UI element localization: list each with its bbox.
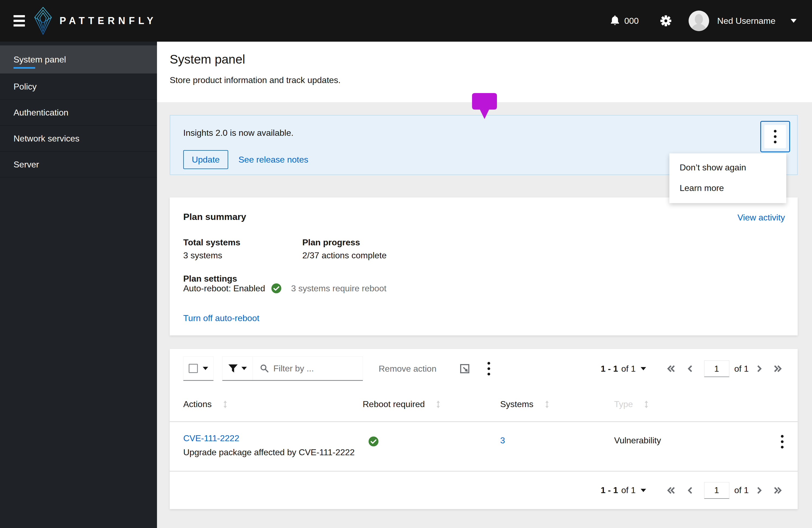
pagination-caret-icon[interactable]	[641, 367, 646, 370]
pagination-range: 1 - 1	[600, 485, 618, 495]
sidebar-item-network-services[interactable]: Network services	[0, 125, 157, 151]
notification-count: 000	[624, 16, 638, 26]
export-button[interactable]	[460, 364, 469, 374]
sidebar-item-system-panel[interactable]: System panel	[0, 45, 157, 74]
avatar[interactable]	[688, 11, 709, 31]
alert-kebab-menu: Don’t show again Learn more	[669, 153, 786, 203]
total-pages: of 1	[734, 485, 749, 495]
alert-message: Insights 2.0 is now available.	[183, 128, 293, 138]
total-systems-label: Total systems	[183, 238, 240, 247]
column-header-type[interactable]: Type	[614, 399, 650, 409]
reboot-required-check-icon	[368, 436, 379, 447]
annotation-pointer	[472, 93, 497, 119]
sort-icon[interactable]	[222, 400, 229, 408]
active-indicator	[14, 67, 35, 69]
table-footer: 1 - 1 of 1 of 1	[170, 471, 798, 509]
sort-icon[interactable]	[435, 400, 441, 408]
page-title: System panel	[170, 52, 245, 66]
bulk-select-dropdown[interactable]	[183, 357, 214, 381]
systems-count-link[interactable]: 3	[500, 436, 505, 446]
export-icon	[460, 364, 469, 374]
prev-page-button[interactable]	[687, 486, 693, 495]
turn-off-auto-reboot-link[interactable]: Turn off auto-reboot	[183, 313, 259, 323]
filter-group	[222, 357, 363, 381]
notifications-button[interactable]: 000	[610, 15, 638, 27]
filter-type-dropdown[interactable]	[222, 357, 253, 380]
user-menu-caret-icon[interactable]	[791, 19, 797, 23]
sort-icon[interactable]	[544, 400, 550, 408]
plan-summary-card: Plan summary View activity Total systems…	[170, 197, 798, 335]
menu-item-dont-show-again[interactable]: Don’t show again	[669, 157, 786, 178]
prev-page-button[interactable]	[687, 365, 693, 373]
column-header-reboot-required[interactable]: Reboot required	[363, 399, 441, 409]
filter-input[interactable]	[273, 364, 354, 374]
main-content: System panel Store product information a…	[157, 42, 812, 528]
hamburger-icon	[14, 15, 25, 17]
nav-toggle-button[interactable]	[14, 15, 25, 27]
bulk-select-caret-icon	[203, 367, 208, 370]
filter-caret-icon	[242, 367, 247, 370]
menu-item-learn-more[interactable]: Learn more	[669, 178, 786, 198]
sidebar-item-server[interactable]: Server	[0, 151, 157, 178]
plan-summary-title: Plan summary	[183, 212, 246, 222]
chevron-left-icon	[687, 365, 693, 373]
remove-action-button[interactable]: Remove action	[379, 364, 436, 374]
total-systems-value: 3 systems	[183, 251, 222, 260]
view-activity-link[interactable]: View activity	[738, 213, 785, 223]
plan-settings-label: Plan settings	[183, 274, 237, 284]
table-row: CVE-111-2222 Upgrade package affected by…	[170, 422, 798, 471]
settings-button[interactable]	[660, 15, 672, 27]
row-kebab-button[interactable]	[781, 435, 784, 449]
column-header-systems[interactable]: Systems	[500, 399, 550, 409]
double-chevron-right-icon	[773, 486, 782, 495]
filter-search	[253, 364, 363, 374]
next-page-button[interactable]	[756, 365, 762, 373]
kebab-icon	[781, 435, 784, 438]
bell-icon	[610, 15, 620, 27]
action-description: Upgrade package affected by CVE-111-2222	[183, 448, 354, 457]
toolbar-kebab-button[interactable]	[488, 362, 490, 375]
sidebar-nav: System panel Policy Authentication Netwo…	[0, 42, 157, 528]
chevron-right-icon	[756, 365, 762, 373]
double-chevron-right-icon	[773, 365, 782, 373]
filter-funnel-icon	[229, 364, 238, 373]
pagination-of: of 1	[621, 364, 636, 374]
sidebar-item-policy[interactable]: Policy	[0, 74, 157, 100]
kebab-icon	[774, 130, 777, 133]
plan-progress-label: Plan progress	[302, 238, 360, 247]
pagination-range: 1 - 1	[600, 364, 618, 374]
first-page-button[interactable]	[667, 486, 676, 495]
table-toolbar: Remove action 1 - 1 of 1	[170, 357, 798, 381]
alert-kebab-button[interactable]	[760, 121, 790, 152]
current-page-input[interactable]	[704, 482, 729, 499]
last-page-button[interactable]	[773, 486, 782, 495]
update-button[interactable]: Update	[183, 150, 228, 169]
action-type: Vulnerability	[614, 436, 661, 446]
pagination-bottom: 1 - 1 of 1 of 1	[600, 482, 782, 499]
masthead: PATTERNFLY 000	[0, 0, 812, 42]
patternfly-logo-icon	[33, 6, 53, 35]
brand: PATTERNFLY	[33, 6, 157, 35]
chevron-right-icon	[756, 486, 762, 495]
search-icon	[260, 364, 269, 373]
page-subtitle: Store product information and track upda…	[170, 75, 340, 85]
auto-reboot-status: Auto-reboot: Enabled	[183, 284, 265, 293]
double-chevron-left-icon	[667, 365, 676, 373]
kebab-icon	[488, 362, 490, 365]
bulk-select-checkbox[interactable]	[189, 364, 198, 373]
chevron-left-icon	[687, 486, 693, 495]
current-page-input[interactable]	[704, 360, 729, 377]
release-notes-link[interactable]: See release notes	[238, 155, 308, 165]
next-page-button[interactable]	[756, 486, 762, 495]
sidebar-item-authentication[interactable]: Authentication	[0, 100, 157, 125]
actions-table-card: Remove action 1 - 1 of 1	[170, 349, 798, 509]
table-header-row: Actions Reboot required Systems Type	[170, 387, 798, 422]
brand-name: PATTERNFLY	[60, 15, 157, 27]
action-link[interactable]: CVE-111-2222	[183, 433, 239, 443]
pagination-caret-icon[interactable]	[641, 489, 646, 492]
last-page-button[interactable]	[773, 365, 782, 373]
sort-icon[interactable]	[643, 400, 650, 408]
first-page-button[interactable]	[667, 365, 676, 373]
column-header-actions[interactable]: Actions	[183, 399, 229, 409]
username: Ned Username	[717, 16, 775, 26]
